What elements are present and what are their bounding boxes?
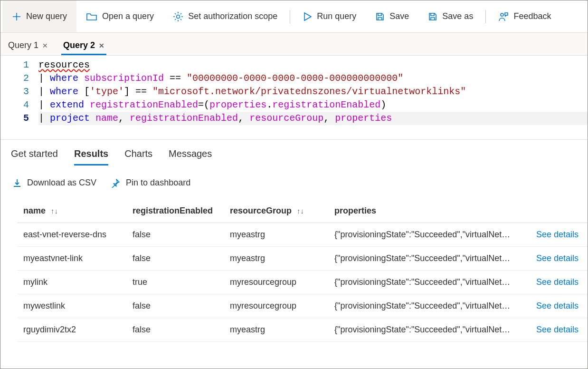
svg-point-1 [501, 13, 503, 16]
cell-registrationEnabled: false [127, 294, 224, 318]
download-icon [13, 179, 21, 187]
toolbar: New query Open a query Set authorization… [0, 0, 588, 33]
tab-get-started[interactable]: Get started [11, 148, 58, 165]
save-icon [375, 12, 385, 21]
query-tab[interactable]: Query 2✕ [61, 36, 106, 55]
cell-name: rguydimiv2tx2 [18, 318, 127, 342]
see-details-link[interactable]: See details [531, 318, 588, 342]
see-details-link[interactable]: See details [531, 294, 588, 318]
auth-scope-label: Set authorization scope [188, 11, 277, 21]
run-query-button[interactable]: Run query [293, 0, 366, 32]
gear-icon [173, 11, 183, 22]
toolbar-separator [290, 10, 290, 23]
cell-name: mylink [18, 271, 127, 294]
pin-icon [111, 178, 120, 188]
col-header-resourceGroup-label: resourceGroup [230, 206, 292, 215]
table-row[interactable]: rguydimiv2tx2falsemyeastrg{"provisioning… [18, 318, 588, 342]
save-button[interactable]: Save [366, 0, 418, 32]
feedback-label: Feedback [513, 11, 551, 21]
col-header-registrationEnabled[interactable]: registrationEnabled [127, 199, 224, 223]
cell-properties: {"provisioningState":"Succeeded","virtua… [329, 294, 531, 318]
cell-properties: {"provisioningState":"Succeeded","virtua… [329, 223, 531, 247]
new-query-label: New query [26, 11, 67, 21]
query-tab-label: Query 2 [63, 40, 95, 50]
pin-dashboard-button[interactable]: Pin to dashboard [111, 178, 190, 188]
col-header-name[interactable]: name ↑↓ [18, 199, 127, 223]
code-line[interactable]: | where ['type'] == "microsoft.network/p… [38, 85, 588, 98]
col-header-properties[interactable]: properties [329, 199, 531, 223]
col-header-name-label: name [23, 206, 46, 215]
code-line[interactable]: | extend registrationEnabled=(properties… [38, 98, 588, 112]
see-details-link[interactable]: See details [531, 271, 588, 294]
table-row[interactable]: east-vnet-reverse-dnsfalsemyeastrg{"prov… [18, 223, 588, 247]
open-query-button[interactable]: Open a query [76, 0, 163, 32]
cell-name: mywestlink [18, 294, 127, 318]
open-query-label: Open a query [102, 11, 154, 21]
results-table: name ↑↓ registrationEnabled resourceGrou… [18, 199, 588, 342]
cell-name: east-vnet-reverse-dns [18, 223, 127, 247]
col-header-registrationEnabled-label: registrationEnabled [133, 206, 213, 215]
table-row[interactable]: myeastvnet-linkfalsemyeastrg{"provisioni… [18, 247, 588, 271]
person-feedback-icon [498, 11, 509, 22]
result-tabs: Get started Results Charts Messages [0, 140, 588, 165]
close-icon[interactable]: ✕ [99, 42, 104, 49]
col-header-properties-label: properties [334, 206, 376, 215]
query-tab[interactable]: Query 1✕ [6, 36, 50, 55]
cell-properties: {"provisioningState":"Succeeded","virtua… [329, 318, 531, 342]
close-icon[interactable]: ✕ [42, 42, 48, 49]
pin-dashboard-label: Pin to dashboard [126, 178, 190, 188]
sort-icon: ↑↓ [297, 207, 304, 215]
code-line[interactable]: | where subscriptionId == "00000000-0000… [38, 72, 588, 85]
cell-properties: {"provisioningState":"Succeeded","virtua… [329, 271, 531, 294]
cell-resourceGroup: myeastrg [224, 247, 329, 271]
cell-resourceGroup: myeastrg [224, 318, 329, 342]
toolbar-separator [485, 10, 486, 23]
tab-results[interactable]: Results [74, 148, 108, 165]
result-actions: Download as CSV Pin to dashboard [0, 165, 588, 194]
cell-registrationEnabled: false [127, 223, 224, 247]
save-as-icon [428, 12, 437, 21]
cell-resourceGroup: myresourcegroup [224, 271, 329, 294]
col-header-resourceGroup[interactable]: resourceGroup ↑↓ [224, 199, 329, 223]
code-editor[interactable]: 12345 resources| where subscriptionId ==… [0, 56, 588, 140]
table-row[interactable]: mywestlinkfalsemyresourcegroup{"provisio… [18, 294, 588, 318]
see-details-link[interactable]: See details [531, 247, 588, 271]
sort-icon: ↑↓ [51, 207, 58, 215]
cell-resourceGroup: myresourcegroup [224, 294, 329, 318]
table-header-row: name ↑↓ registrationEnabled resourceGrou… [18, 199, 588, 223]
new-query-button[interactable]: New query [2, 0, 76, 32]
download-csv-button[interactable]: Download as CSV [13, 178, 96, 188]
feedback-button[interactable]: Feedback [489, 0, 560, 32]
save-label: Save [389, 11, 409, 21]
save-as-label: Save as [442, 11, 473, 21]
cell-name: myeastvnet-link [18, 247, 127, 271]
svg-point-0 [177, 15, 180, 18]
play-icon [303, 12, 312, 21]
plus-icon [12, 12, 21, 21]
run-query-label: Run query [317, 11, 356, 21]
query-tab-label: Query 1 [8, 40, 38, 50]
tab-charts[interactable]: Charts [124, 148, 152, 165]
tab-messages[interactable]: Messages [169, 148, 212, 165]
download-csv-label: Download as CSV [27, 178, 96, 188]
cell-properties: {"provisioningState":"Succeeded","virtua… [329, 247, 531, 271]
line-number-gutter: 12345 [0, 58, 38, 125]
folder-open-icon [86, 12, 97, 21]
query-tabs: Query 1✕Query 2✕ [0, 33, 588, 56]
cell-registrationEnabled: true [127, 271, 224, 294]
cell-registrationEnabled: false [127, 318, 224, 342]
auth-scope-button[interactable]: Set authorization scope [163, 0, 287, 32]
cell-registrationEnabled: false [127, 247, 224, 271]
see-details-link[interactable]: See details [531, 223, 588, 247]
save-as-button[interactable]: Save as [418, 0, 483, 32]
code-area[interactable]: resources| where subscriptionId == "0000… [38, 58, 588, 125]
code-line[interactable]: | project name, registrationEnabled, res… [38, 112, 588, 125]
table-row[interactable]: mylinktruemyresourcegroup{"provisioningS… [18, 271, 588, 294]
cell-resourceGroup: myeastrg [224, 223, 329, 247]
code-line[interactable]: resources [38, 58, 588, 72]
